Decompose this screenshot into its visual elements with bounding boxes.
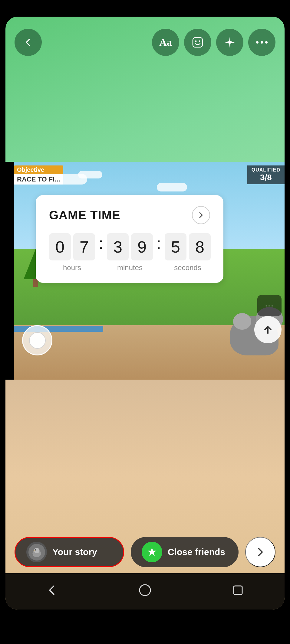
minutes-label: minutes xyxy=(107,263,153,272)
svg-point-1 xyxy=(195,41,197,42)
hours-digit-2: 7 xyxy=(73,233,95,260)
cloud3 xyxy=(157,183,187,191)
hours-group: 0 7 hours xyxy=(49,233,95,272)
game-screenshot: Objective RACE TO FI... QUALIFIED 3/8 ··… xyxy=(5,162,285,380)
chat-button[interactable]: ··· xyxy=(257,295,282,316)
recents-nav-icon[interactable] xyxy=(231,584,245,600)
svg-point-3 xyxy=(256,41,259,44)
minutes-group: 3 9 minutes xyxy=(107,233,153,272)
seconds-digit-2: 8 xyxy=(189,233,211,260)
svg-rect-0 xyxy=(193,38,203,47)
colon-2: : xyxy=(153,234,165,261)
objective-text: RACE TO FI... xyxy=(14,174,63,185)
your-story-label: Your story xyxy=(52,547,97,557)
upload-button[interactable] xyxy=(254,316,282,343)
svg-point-5 xyxy=(265,41,268,44)
chat-icon: ··· xyxy=(265,301,274,310)
story-avatar xyxy=(26,542,47,562)
minutes-digits: 3 9 xyxy=(107,233,153,260)
black-strip xyxy=(5,162,14,380)
sticker-button[interactable] xyxy=(184,29,211,56)
svg-point-4 xyxy=(261,41,263,44)
widget-next-button[interactable] xyxy=(192,206,210,224)
widget-header: GAME TIME xyxy=(49,206,210,224)
next-button[interactable] xyxy=(245,537,275,567)
svg-point-10 xyxy=(140,585,150,596)
svg-point-2 xyxy=(199,41,200,42)
water-road xyxy=(5,326,103,332)
more-button[interactable] xyxy=(248,29,275,56)
home-nav-icon[interactable] xyxy=(138,584,152,600)
time-display: 0 7 hours : 3 9 minutes : xyxy=(49,233,210,272)
cloud2 xyxy=(78,171,102,178)
game-time-widget: GAME TIME 0 7 hours : xyxy=(36,195,223,283)
text-button[interactable]: Aa xyxy=(152,29,179,56)
close-friends-label: Close friends xyxy=(168,547,225,557)
colon-1: : xyxy=(95,234,107,261)
hours-label: hours xyxy=(49,263,95,272)
hours-digits: 0 7 xyxy=(49,233,95,260)
seconds-digits: 5 8 xyxy=(165,233,211,260)
objective-banner: Objective RACE TO FI... xyxy=(14,165,63,185)
text-button-label: Aa xyxy=(159,37,172,48)
your-story-button[interactable]: Your story xyxy=(15,537,124,567)
toolbar: Aa xyxy=(5,17,285,59)
effects-button[interactable] xyxy=(216,29,243,56)
qualified-title: QUALIFIED xyxy=(252,167,280,173)
minutes-digit-1: 3 xyxy=(107,233,129,260)
seconds-label: seconds xyxy=(165,263,211,272)
minutes-digit-2: 9 xyxy=(131,233,153,260)
joystick-inner xyxy=(29,332,46,349)
svg-rect-11 xyxy=(234,586,242,594)
back-button[interactable] xyxy=(15,29,42,56)
qualified-value: 3/8 xyxy=(252,173,280,182)
svg-point-8 xyxy=(34,548,39,553)
widget-title: GAME TIME xyxy=(49,208,120,222)
system-nav-bar xyxy=(5,573,285,610)
toolbar-right-buttons: Aa xyxy=(152,29,275,56)
seconds-digit-1: 5 xyxy=(165,233,186,260)
seconds-group: 5 8 seconds xyxy=(165,233,211,272)
back-nav-icon[interactable] xyxy=(45,584,59,600)
green-star-icon xyxy=(142,542,162,562)
joystick-control[interactable] xyxy=(22,325,52,355)
close-friends-button[interactable]: Close friends xyxy=(131,537,239,567)
qualified-badge: QUALIFIED 3/8 xyxy=(247,165,285,184)
objective-label: Objective xyxy=(14,165,63,174)
svg-point-9 xyxy=(35,549,36,551)
hours-digit-1: 0 xyxy=(49,233,71,260)
bottom-bar: Your story Close friends xyxy=(5,531,285,573)
